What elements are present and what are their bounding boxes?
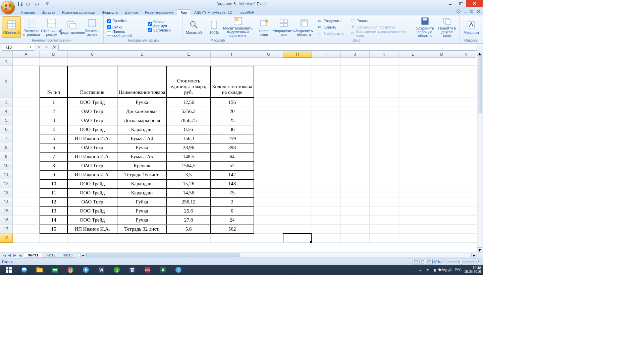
cell[interactable] bbox=[312, 197, 341, 206]
view-layout-shortcut[interactable] bbox=[419, 259, 426, 264]
cell[interactable]: Бумага А5 bbox=[117, 152, 167, 161]
spreadsheet-grid[interactable]: ABCDEFGHIJKLMN 1234567891011121314151617… bbox=[0, 51, 483, 252]
column-header[interactable]: I bbox=[312, 51, 341, 58]
cell[interactable] bbox=[283, 179, 312, 188]
cell[interactable] bbox=[13, 188, 40, 197]
cell[interactable] bbox=[283, 206, 312, 216]
cell[interactable] bbox=[13, 197, 40, 206]
zoom-selection-button[interactable]: Масштабировать выделенный фрагмент bbox=[225, 16, 251, 38]
cell[interactable] bbox=[312, 125, 341, 134]
vscroll-thumb[interactable] bbox=[478, 56, 482, 113]
cell[interactable] bbox=[13, 116, 40, 125]
cell[interactable]: 5 bbox=[40, 134, 68, 143]
cell[interactable] bbox=[254, 216, 283, 225]
cell[interactable] bbox=[427, 170, 456, 179]
row-header[interactable]: 14 bbox=[0, 197, 13, 206]
cell[interactable]: Ручка bbox=[117, 216, 167, 225]
cell[interactable]: 12,56 bbox=[167, 98, 211, 107]
cell[interactable] bbox=[40, 58, 68, 66]
cell[interactable] bbox=[398, 234, 427, 243]
cell[interactable]: 6 bbox=[40, 143, 68, 152]
cell[interactable] bbox=[341, 161, 370, 170]
column-header[interactable]: A bbox=[13, 51, 40, 58]
zoom-slider[interactable] bbox=[448, 261, 475, 262]
cell[interactable] bbox=[427, 234, 456, 243]
cell[interactable]: № п/п bbox=[40, 66, 68, 98]
maximize-button[interactable] bbox=[455, 0, 466, 7]
cell[interactable] bbox=[117, 234, 167, 243]
column-header[interactable]: G bbox=[254, 51, 283, 58]
hscroll-thumb[interactable] bbox=[86, 253, 240, 257]
cell[interactable] bbox=[370, 134, 398, 143]
save-app-icon[interactable] bbox=[125, 265, 140, 274]
row-header[interactable]: 11 bbox=[0, 170, 13, 179]
utorrent-icon[interactable]: µ bbox=[109, 265, 124, 274]
cell[interactable] bbox=[312, 206, 341, 216]
cell[interactable]: 15,26 bbox=[167, 179, 211, 188]
ribbon-tab-3[interactable]: Формулы bbox=[99, 9, 122, 15]
cell[interactable] bbox=[398, 152, 427, 161]
cell[interactable] bbox=[456, 58, 476, 66]
cell[interactable]: 259 bbox=[211, 134, 254, 143]
cell[interactable] bbox=[13, 66, 40, 98]
cell[interactable] bbox=[456, 179, 476, 188]
cell[interactable]: 0 bbox=[211, 206, 254, 216]
cell[interactable] bbox=[341, 179, 370, 188]
cell[interactable] bbox=[341, 58, 370, 66]
cell[interactable] bbox=[312, 161, 341, 170]
cell[interactable] bbox=[13, 58, 40, 66]
cell[interactable]: 36 bbox=[211, 125, 254, 134]
cell[interactable] bbox=[427, 161, 456, 170]
column-header[interactable]: L bbox=[398, 51, 427, 58]
cell[interactable] bbox=[370, 143, 398, 152]
cell[interactable] bbox=[398, 134, 427, 143]
column-header[interactable]: H bbox=[283, 51, 312, 58]
cell[interactable] bbox=[283, 225, 312, 234]
cell[interactable]: ИП Иванов И.А. bbox=[68, 225, 117, 234]
cell[interactable] bbox=[254, 197, 283, 206]
cell[interactable]: ИП Иванов И.А. bbox=[68, 152, 117, 161]
close-button[interactable] bbox=[466, 0, 483, 7]
cell[interactable] bbox=[254, 66, 283, 98]
cell[interactable] bbox=[283, 58, 312, 66]
cell[interactable] bbox=[283, 66, 312, 98]
cell[interactable] bbox=[341, 225, 370, 234]
cell[interactable] bbox=[370, 98, 398, 107]
sheet-prev-icon[interactable]: ◀ bbox=[7, 253, 12, 258]
cell[interactable]: 14 bbox=[40, 216, 68, 225]
cell[interactable] bbox=[283, 125, 312, 134]
cell[interactable] bbox=[68, 58, 117, 66]
sheet-tab[interactable]: Лист1 bbox=[24, 253, 42, 258]
cell[interactable]: ООО Трейд bbox=[68, 125, 117, 134]
view-custom-button[interactable]: Представления bbox=[62, 16, 81, 38]
cell[interactable] bbox=[254, 188, 283, 197]
sheet-next-icon[interactable]: ▶ bbox=[12, 253, 17, 258]
scroll-left-button[interactable]: ◂ bbox=[80, 253, 86, 257]
chrome-icon[interactable] bbox=[63, 265, 78, 274]
cell[interactable] bbox=[427, 225, 456, 234]
cell[interactable] bbox=[13, 179, 40, 188]
cell[interactable] bbox=[167, 234, 211, 243]
office-button[interactable] bbox=[1, 1, 15, 14]
cell[interactable]: 5,6 bbox=[167, 225, 211, 234]
cell[interactable] bbox=[427, 125, 456, 134]
cell[interactable] bbox=[254, 125, 283, 134]
cell[interactable] bbox=[254, 143, 283, 152]
language-indicator[interactable]: РУС bbox=[455, 268, 462, 272]
cell[interactable] bbox=[13, 152, 40, 161]
cell[interactable] bbox=[398, 216, 427, 225]
ribbon-minimize-icon[interactable] bbox=[463, 9, 468, 14]
cell[interactable] bbox=[211, 234, 254, 243]
cell[interactable] bbox=[341, 134, 370, 143]
cell[interactable] bbox=[370, 107, 398, 116]
cell[interactable] bbox=[312, 179, 341, 188]
cell[interactable]: 148,5 bbox=[167, 152, 211, 161]
cell[interactable]: ООО Трейд bbox=[68, 179, 117, 188]
cell[interactable] bbox=[283, 188, 312, 197]
zoom-button[interactable]: Масштаб bbox=[184, 16, 203, 38]
cell[interactable] bbox=[283, 170, 312, 179]
cells-area[interactable]: № п/пПоставщикНаименование товараСтоимос… bbox=[13, 58, 476, 243]
cell[interactable] bbox=[341, 170, 370, 179]
cell[interactable] bbox=[254, 161, 283, 170]
cell[interactable] bbox=[312, 116, 341, 125]
